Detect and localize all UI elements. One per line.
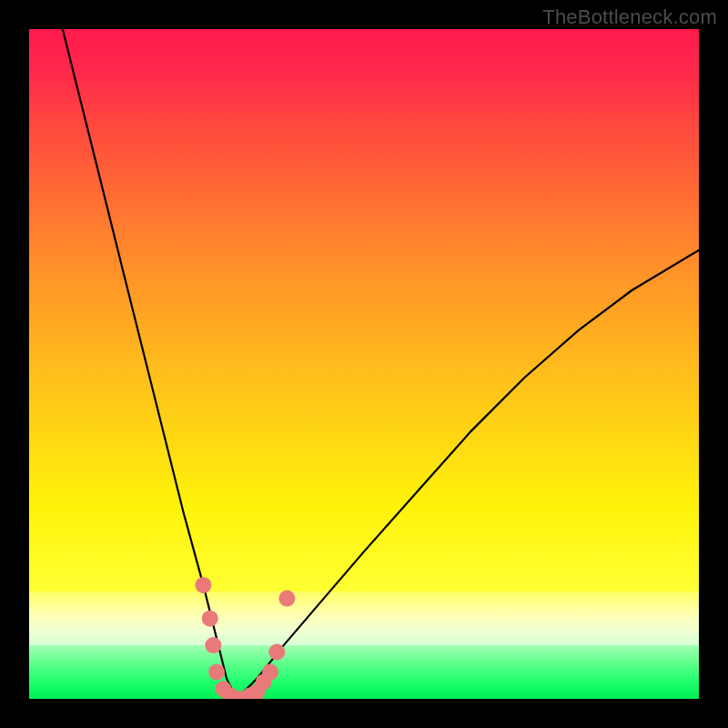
marker-dot xyxy=(262,664,278,681)
watermark-text: TheBottleneck.com xyxy=(542,5,717,29)
bottleneck-curve xyxy=(63,29,699,699)
marker-dot xyxy=(195,577,211,593)
curve-layer xyxy=(29,29,699,699)
marker-dot xyxy=(208,664,225,681)
series-curve-left xyxy=(63,29,237,699)
series-curve-right xyxy=(237,250,699,699)
vertex-markers xyxy=(195,577,295,699)
marker-dot xyxy=(278,591,295,607)
marker-dot xyxy=(268,644,285,661)
plot-area xyxy=(29,29,699,699)
marker-dot xyxy=(202,611,218,627)
chart-frame: TheBottleneck.com xyxy=(0,0,728,728)
marker-dot xyxy=(205,637,221,653)
